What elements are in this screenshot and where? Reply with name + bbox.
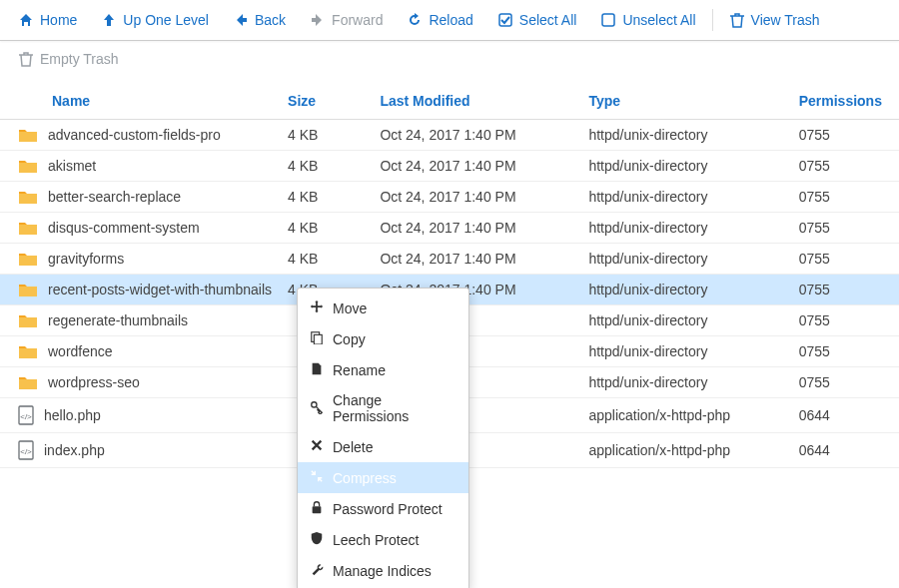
file-permissions: 0755: [791, 367, 899, 398]
lock-icon: [310, 500, 324, 517]
context-menu-item-rename[interactable]: Rename: [298, 354, 468, 385]
context-menu-item-change-permissions[interactable]: Change Permissions: [298, 385, 468, 431]
move-icon: [310, 299, 324, 316]
context-menu-item-delete[interactable]: Delete: [298, 431, 468, 462]
checkbox-checked-icon: [497, 12, 513, 28]
file-modified: Oct 24, 2017 1:40 PM: [372, 213, 580, 244]
folder-icon: [18, 220, 38, 236]
wrench-icon: [310, 562, 324, 579]
up-arrow-icon: [101, 12, 117, 28]
table-row[interactable]: advanced-custom-fields-pro4 KBOct 24, 20…: [0, 120, 899, 151]
folder-icon: [18, 312, 38, 328]
file-size: 4 KB: [280, 151, 372, 182]
file-size: 4 KB: [280, 120, 372, 151]
toolbar-separator: [712, 9, 713, 31]
folder-icon: [18, 127, 38, 143]
context-menu-item-move[interactable]: Move: [298, 293, 468, 323]
empty-trash-label: Empty Trash: [40, 51, 119, 67]
file-name: hello.php: [44, 407, 101, 423]
col-permissions-header[interactable]: Permissions: [791, 83, 899, 120]
home-button[interactable]: Home: [6, 6, 89, 34]
file-name: gravityforms: [48, 251, 124, 267]
context-menu-item-password-protect[interactable]: Password Protect: [298, 493, 468, 524]
file-type: httpd/unix-directory: [580, 367, 790, 398]
context-menu-label: Compress: [333, 470, 397, 486]
toolbar: Home Up One Level Back Forward Reload Se…: [0, 0, 899, 41]
col-type-header[interactable]: Type: [580, 83, 790, 120]
perm-icon: [310, 400, 324, 417]
select-all-label: Select All: [519, 12, 577, 28]
table-header-row: Name Size Last Modified Type Permissions: [0, 83, 899, 120]
file-type: httpd/unix-directory: [580, 120, 790, 151]
file-name: recent-posts-widget-with-thumbnails: [48, 282, 272, 297]
file-modified: Oct 24, 2017 1:40 PM: [372, 182, 580, 213]
table-row[interactable]: better-search-replace4 KBOct 24, 2017 1:…: [0, 182, 899, 213]
file-permissions: 0755: [791, 305, 899, 336]
file-permissions: 0755: [791, 151, 899, 182]
context-menu-item-manage-indices[interactable]: Manage Indices: [298, 555, 468, 586]
context-menu-label: Leech Protect: [333, 532, 419, 548]
file-type: httpd/unix-directory: [580, 244, 790, 275]
home-label: Home: [40, 12, 77, 28]
table-row[interactable]: akismet4 KBOct 24, 2017 1:40 PMhttpd/uni…: [0, 151, 899, 182]
file-size: 4 KB: [280, 244, 372, 275]
file-name: disqus-comment-system: [48, 220, 200, 236]
file-name: akismet: [48, 158, 96, 174]
folder-icon: [18, 251, 38, 267]
file-type: httpd/unix-directory: [580, 305, 790, 336]
file-permissions: 0644: [791, 433, 899, 468]
file-permissions: 0755: [791, 120, 899, 151]
context-menu-label: Copy: [333, 331, 366, 347]
table-row[interactable]: gravityforms4 KBOct 24, 2017 1:40 PMhttp…: [0, 244, 899, 275]
trash-icon: [18, 51, 34, 67]
file-permissions: 0755: [791, 275, 899, 305]
folder-icon: [18, 282, 38, 297]
file-name: wordfence: [48, 343, 113, 359]
context-menu-item-compress[interactable]: Compress: [298, 462, 468, 493]
toolbar-row-2: Empty Trash: [0, 41, 899, 83]
compress-icon: [310, 469, 324, 486]
file-code-icon: [18, 405, 34, 425]
back-label: Back: [255, 12, 286, 28]
view-trash-button[interactable]: View Trash: [717, 6, 832, 34]
folder-icon: [18, 189, 38, 205]
up-one-level-button[interactable]: Up One Level: [89, 6, 221, 34]
rename-icon: [310, 361, 324, 378]
context-menu-item-copy[interactable]: Copy: [298, 323, 468, 354]
context-menu-label: Manage Indices: [333, 563, 432, 579]
home-icon: [18, 12, 34, 28]
file-type: httpd/unix-directory: [580, 336, 790, 367]
file-type: httpd/unix-directory: [580, 275, 790, 305]
reload-label: Reload: [429, 12, 472, 28]
context-menu-item-leech-protect[interactable]: Leech Protect: [298, 524, 468, 555]
file-type: application/x-httpd-php: [580, 398, 790, 433]
context-menu: MoveCopyRenameChange PermissionsDeleteCo…: [297, 288, 469, 588]
copy-icon: [310, 330, 324, 347]
col-size-header[interactable]: Size: [280, 83, 372, 120]
file-size: 4 KB: [280, 213, 372, 244]
col-name-header[interactable]: Name: [0, 83, 280, 120]
context-menu-label: Rename: [333, 362, 386, 378]
file-modified: Oct 24, 2017 1:40 PM: [372, 120, 580, 151]
file-code-icon: [18, 440, 34, 460]
folder-icon: [18, 374, 38, 390]
unselect-all-button[interactable]: Unselect All: [588, 6, 707, 34]
file-type: httpd/unix-directory: [580, 213, 790, 244]
file-permissions: 0755: [791, 244, 899, 275]
file-permissions: 0755: [791, 213, 899, 244]
file-permissions: 0644: [791, 398, 899, 433]
file-size: 4 KB: [280, 182, 372, 213]
view-trash-label: View Trash: [751, 12, 820, 28]
folder-icon: [18, 343, 38, 359]
table-row[interactable]: disqus-comment-system4 KBOct 24, 2017 1:…: [0, 213, 899, 244]
checkbox-empty-icon: [600, 12, 616, 28]
col-modified-header[interactable]: Last Modified: [372, 83, 580, 120]
back-button[interactable]: Back: [221, 6, 298, 34]
up-label: Up One Level: [123, 12, 209, 28]
file-type: httpd/unix-directory: [580, 182, 790, 213]
file-permissions: 0755: [791, 336, 899, 367]
select-all-button[interactable]: Select All: [485, 6, 589, 34]
empty-trash-button[interactable]: Empty Trash: [6, 45, 131, 73]
forward-button[interactable]: Forward: [298, 6, 395, 34]
reload-button[interactable]: Reload: [395, 6, 484, 34]
